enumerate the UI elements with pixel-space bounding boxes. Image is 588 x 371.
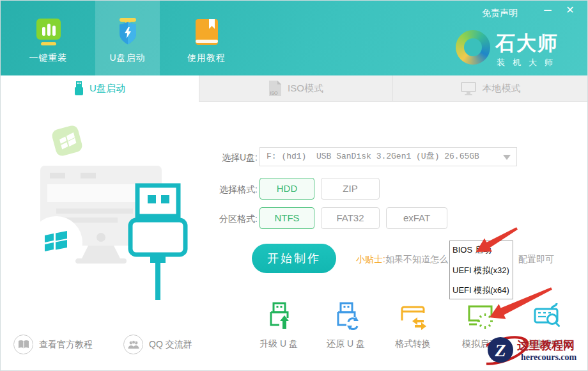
book-open-icon — [13, 335, 33, 354]
partition-option-ntfs[interactable]: NTFS — [259, 207, 314, 229]
watermark-letter: Z — [494, 340, 506, 360]
tool-format-convert[interactable]: 格式转换 — [383, 301, 442, 350]
mode-tab-iso[interactable]: ISO ISO模式 — [199, 75, 392, 102]
annotation-arrow-bottom — [481, 286, 555, 323]
disclaimer-link[interactable]: 免责声明 — [482, 8, 518, 19]
watermark-site-name: 这里教程网 — [517, 338, 575, 353]
format-option-hdd[interactable]: HDD — [259, 178, 314, 200]
format-convert-icon — [398, 301, 428, 331]
format-option-zip[interactable]: ZIP — [321, 178, 380, 200]
brand-logo-icon — [456, 30, 490, 65]
usb-select-label: 选择U盘: — [212, 152, 258, 164]
qq-group-link[interactable]: QQ 交流群 — [123, 335, 192, 354]
tool-restore-usb[interactable]: 还原 U 盘 — [316, 301, 375, 350]
usb-drive-icon — [74, 81, 84, 97]
usb-illustration — [17, 106, 208, 304]
tool-label: 格式转换 — [383, 338, 442, 350]
usb-device-dropdown[interactable]: F: (hd1) USB SanDisk 3.2Gen1 (U盘) 26.65G… — [259, 147, 517, 166]
partition-option-exfat[interactable]: exFAT — [386, 207, 447, 229]
brand-name: 石大师 — [495, 30, 559, 57]
link-label: QQ 交流群 — [149, 339, 192, 351]
usb-device-value: F: (hd1) USB SanDisk 3.2Gen1 (U盘) 26.65G… — [260, 148, 516, 166]
tab-label: 一键重装 — [17, 52, 79, 64]
chevron-down-icon — [503, 155, 511, 164]
minimize-button[interactable]: ─ — [539, 2, 556, 19]
usb-upgrade-icon — [264, 301, 293, 331]
brand-subtitle: 装机大师 — [497, 57, 561, 68]
site-watermark: Z 这里教程网 herecours.com — [486, 329, 587, 370]
shield-lightning-icon — [112, 17, 143, 47]
start-make-button[interactable]: 开始制作 — [252, 244, 336, 273]
monitor-icon — [460, 81, 477, 96]
people-group-icon — [123, 335, 143, 354]
mode-tab-label: 本地模式 — [483, 83, 521, 95]
tab-usb-boot[interactable]: U盘启动 — [95, 1, 160, 75]
app-window: 一键重装 U盘启动 使用教程 — [0, 0, 588, 371]
format-label: 选择格式: — [212, 184, 258, 196]
tab-label: U盘启动 — [95, 52, 160, 64]
tip-text-right: 配置即可 — [518, 254, 554, 265]
partition-option-fat32[interactable]: FAT32 — [321, 207, 380, 229]
mode-tabs: U盘启动 ISO ISO模式 本地模式 — [1, 75, 587, 102]
mode-tab-label: U盘启动 — [89, 83, 125, 95]
mode-tab-usb-boot[interactable]: U盘启动 — [1, 75, 199, 102]
close-button[interactable]: ✕ — [562, 2, 578, 19]
usb-restore-icon — [331, 301, 360, 331]
annotation-arrow-top — [466, 226, 521, 258]
mode-tab-label: ISO模式 — [288, 83, 323, 95]
tab-one-key-reinstall[interactable]: 一键重装 — [17, 1, 79, 75]
mode-tab-local[interactable]: 本地模式 — [392, 75, 587, 102]
tip-text-left: 小贴士:如果不知道怎么 — [356, 254, 448, 265]
partition-label: 分区格式: — [212, 214, 258, 225]
bar-chart-icon — [33, 17, 64, 47]
book-icon — [191, 17, 222, 47]
tool-label: 升级 U 盘 — [249, 338, 308, 350]
header: 一键重装 U盘启动 使用教程 — [1, 1, 587, 75]
tab-label: 使用教程 — [174, 52, 238, 64]
svg-text:ISO: ISO — [270, 91, 279, 95]
iso-file-icon: ISO — [268, 80, 282, 97]
tool-upgrade-usb[interactable]: 升级 U 盘 — [249, 301, 308, 350]
brand-logo: 石大师 装机大师 — [456, 29, 584, 68]
watermark-site-url: herecours.com — [521, 352, 576, 363]
link-label: 查看官方教程 — [39, 339, 93, 351]
tab-tutorial[interactable]: 使用教程 — [174, 1, 238, 75]
official-tutorial-link[interactable]: 查看官方教程 — [13, 335, 93, 354]
tip-prefix: 小贴士: — [356, 254, 385, 264]
menu-item-uefi-x32[interactable]: UEFI 模拟(x32) — [453, 265, 510, 276]
tool-label: 还原 U 盘 — [316, 338, 375, 350]
